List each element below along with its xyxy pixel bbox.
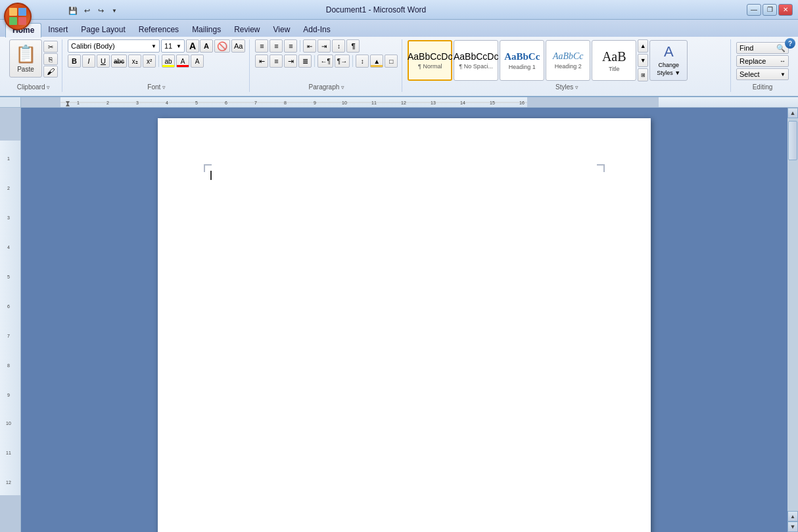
style-no-spacing-preview: AaBbCcDc xyxy=(454,51,498,62)
font-name-dropdown[interactable]: Calibri (Body) ▼ xyxy=(68,39,160,53)
font-format-row: B I U abc x₂ x² ab A xyxy=(68,55,245,68)
line-spacing-button[interactable]: ↕ xyxy=(356,55,369,68)
font-size-value: 11 xyxy=(164,42,172,50)
style-title-preview: AaB xyxy=(602,49,626,64)
svg-text:10: 10 xyxy=(342,100,347,105)
find-button[interactable]: Find 🔍 xyxy=(736,42,789,54)
ribbon: Home Insert Page Layout References Maili… xyxy=(0,20,798,97)
style-title[interactable]: AaB Title xyxy=(592,40,636,81)
window-controls: — ❐ ✕ xyxy=(747,4,793,16)
undo-button[interactable]: ↩ xyxy=(81,5,93,16)
tab-add-ins[interactable]: Add-Ins xyxy=(296,22,337,37)
save-button[interactable]: 💾 xyxy=(67,5,79,16)
rtl-button[interactable]: ¶→ xyxy=(335,55,350,68)
decrease-indent-button[interactable]: ⇤ xyxy=(303,39,316,53)
style-normal[interactable]: AaBbCcDc ¶ Normal xyxy=(408,40,452,81)
close-button[interactable]: ✕ xyxy=(778,4,793,16)
svg-text:3: 3 xyxy=(136,100,139,105)
minimize-button[interactable]: — xyxy=(747,4,761,16)
increase-indent-button[interactable]: ⇥ xyxy=(317,39,331,53)
office-button[interactable] xyxy=(4,3,32,30)
font-name-row: Calibri (Body) ▼ 11 ▼ A A 🚫 Aa xyxy=(68,39,245,53)
svg-text:10: 10 xyxy=(6,421,11,426)
highlight-color-button[interactable]: ab xyxy=(162,55,175,68)
scroll-split-top[interactable]: ▲ xyxy=(787,511,798,521)
font-shrink-button[interactable]: A xyxy=(200,39,213,53)
quick-access-toolbar: 💾 ↩ ↪ ▼ xyxy=(38,4,120,17)
vertical-scrollbar: ▲ ▲ ▼ xyxy=(787,108,798,532)
divider xyxy=(352,55,353,67)
font-size-controls: A A xyxy=(186,39,213,53)
bold-button[interactable]: B xyxy=(68,55,81,68)
clipboard-group: 📋 Paste ✂ ⎘ 🖌 Clipboard ▿ xyxy=(5,39,62,92)
bullets-button[interactable]: ≡ xyxy=(255,39,268,53)
tab-view[interactable]: View xyxy=(267,22,297,37)
strikethrough-button[interactable]: abc xyxy=(111,55,127,68)
scroll-down-button[interactable]: ▼ xyxy=(787,521,798,532)
divider xyxy=(158,55,159,67)
paste-button[interactable]: 📋 Paste xyxy=(9,39,42,78)
scroll-thumb[interactable] xyxy=(788,121,797,160)
svg-text:9: 9 xyxy=(7,393,10,397)
help-button[interactable]: ? xyxy=(785,38,795,49)
change-case-button[interactable]: Aa xyxy=(231,39,245,53)
divider xyxy=(314,55,315,67)
style-heading2[interactable]: AaBbCc Heading 2 xyxy=(546,40,590,81)
align-right-button[interactable]: ⇥ xyxy=(284,55,297,68)
tab-mailings[interactable]: Mailings xyxy=(185,22,227,37)
italic-button[interactable]: I xyxy=(82,55,95,68)
tab-page-layout[interactable]: Page Layout xyxy=(74,22,131,37)
replace-icon: ↔ xyxy=(780,58,786,64)
ruler-corner xyxy=(0,97,21,108)
scroll-up-button[interactable]: ▲ xyxy=(787,108,798,118)
style-no-spacing[interactable]: AaBbCcDc ¶ No Spaci... xyxy=(454,40,498,81)
svg-text:12: 12 xyxy=(6,480,11,485)
underline-button[interactable]: U xyxy=(97,55,110,68)
subscript-button[interactable]: x₂ xyxy=(128,55,141,68)
ruler-row: 1 2 3 4 5 6 7 8 9 10 11 12 13 14 15 16 xyxy=(0,97,798,108)
font-grow-button[interactable]: A xyxy=(186,39,199,53)
show-formatting-button[interactable]: ¶ xyxy=(346,39,360,53)
multilevel-button[interactable]: ≡ xyxy=(284,39,297,53)
svg-text:7: 7 xyxy=(7,334,10,338)
format-painter-button[interactable]: 🖌 xyxy=(43,66,58,78)
doc-scroll-area[interactable] xyxy=(21,108,787,532)
select-button[interactable]: Select ▼ xyxy=(736,68,789,80)
quick-access-dropdown[interactable]: ▼ xyxy=(108,5,120,16)
style-heading1[interactable]: AaBbCc Heading 1 xyxy=(500,40,544,81)
styles-more[interactable]: ⊞ xyxy=(638,68,648,81)
align-center-button[interactable]: ≡ xyxy=(270,55,283,68)
align-left-button[interactable]: ⇤ xyxy=(255,55,268,68)
style-heading1-preview: AaBbCc xyxy=(504,51,540,62)
svg-text:6: 6 xyxy=(7,304,10,309)
font-color-button[interactable]: A xyxy=(176,55,189,68)
font-color-indicator xyxy=(177,65,189,67)
justify-button[interactable]: ≣ xyxy=(298,55,312,68)
copy-button[interactable]: ⎘ xyxy=(43,53,58,65)
tab-review[interactable]: Review xyxy=(227,22,266,37)
change-styles-button[interactable]: A ChangeStyles ▼ xyxy=(649,40,688,81)
tab-references[interactable]: References xyxy=(132,22,185,37)
ltr-button[interactable]: ←¶ xyxy=(317,55,333,68)
text-effects-button[interactable]: A xyxy=(191,55,204,68)
styles-scroll-up[interactable]: ▲ xyxy=(638,39,648,53)
sort-button[interactable]: ↕ xyxy=(332,39,345,53)
superscript-button[interactable]: x² xyxy=(143,55,156,68)
replace-button[interactable]: Replace ↔ xyxy=(736,55,789,67)
svg-text:2: 2 xyxy=(106,100,109,105)
tab-insert[interactable]: Insert xyxy=(41,22,74,37)
find-label: Find xyxy=(739,44,753,52)
document-page[interactable] xyxy=(158,118,651,532)
restore-button[interactable]: ❐ xyxy=(763,4,777,16)
cut-button[interactable]: ✂ xyxy=(43,41,58,53)
font-size-dropdown[interactable]: 11 ▼ xyxy=(161,39,185,53)
vertical-ruler: 1 2 3 4 5 6 7 8 9 10 11 12 xyxy=(0,108,21,532)
numbering-button[interactable]: ≡ xyxy=(270,39,283,53)
styles-scroll-down[interactable]: ▼ xyxy=(638,54,648,67)
border-button[interactable]: □ xyxy=(385,55,398,68)
scroll-track[interactable] xyxy=(787,118,798,511)
shading-button[interactable]: ▲ xyxy=(370,55,383,68)
redo-button[interactable]: ↪ xyxy=(95,5,106,16)
styles-group: AaBbCcDc ¶ Normal AaBbCcDc ¶ No Spaci...… xyxy=(404,39,731,92)
clear-formatting-button[interactable]: 🚫 xyxy=(214,39,230,53)
